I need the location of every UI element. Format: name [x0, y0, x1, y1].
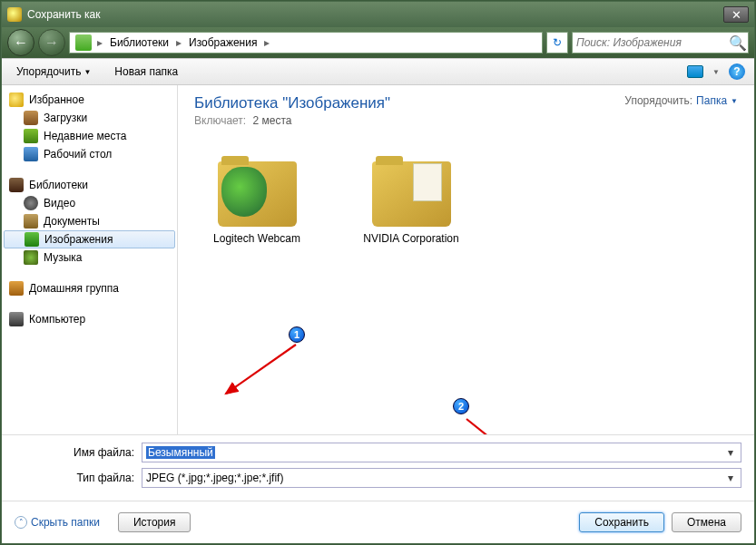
filetype-value: JPEG (*.jpg;*.jpeg;*.jpe;*.jfif)	[146, 472, 283, 484]
homegroup-icon	[9, 281, 24, 296]
search-input[interactable]	[573, 36, 728, 49]
organize-menu[interactable]: Упорядочить ▼	[11, 62, 96, 82]
sidebar-item-label: Рабочий стол	[44, 148, 112, 161]
form-area: Имя файла: Безымянный ▾ Тип файла: JPEG …	[2, 434, 754, 501]
help-button[interactable]: ?	[729, 63, 745, 80]
sort-label: Упорядочить:	[624, 94, 692, 107]
annotation-1: 1	[289, 326, 305, 343]
chevron-right-icon[interactable]: ▸	[264, 36, 270, 49]
annotation-arrow-1	[219, 337, 300, 401]
sidebar-recent[interactable]: Недавние места	[2, 127, 177, 145]
sidebar-desktop[interactable]: Рабочий стол	[2, 145, 177, 163]
forward-button[interactable]: →	[38, 29, 65, 56]
sidebar-item-label: Избранное	[29, 93, 84, 106]
sidebar-item-label: Музыка	[44, 251, 82, 264]
svg-line-1	[466, 419, 559, 434]
downloads-icon	[24, 111, 38, 125]
svg-line-0	[226, 345, 296, 394]
sidebar-item-label: Библиотеки	[29, 179, 88, 191]
sidebar-item-label: Документы	[44, 215, 100, 228]
close-button[interactable]: ✕	[723, 6, 749, 23]
library-title: Библиотека "Изображения"	[194, 94, 390, 112]
sidebar-item-label: Видео	[44, 197, 75, 209]
titlebar: Сохранить как ✕	[2, 2, 754, 27]
app-icon	[7, 7, 22, 22]
sort-by[interactable]: Упорядочить: Папка ▼	[624, 94, 738, 107]
filename-input[interactable]: Безымянный ▾	[142, 443, 741, 462]
sidebar-item-label: Домашняя группа	[29, 282, 119, 295]
refresh-button[interactable]: ↻	[546, 32, 568, 54]
cancel-button[interactable]: Отмена	[672, 512, 741, 532]
chevron-down-icon[interactable]: ▼	[712, 68, 720, 76]
annotation-arrow-2	[459, 412, 568, 434]
sidebar-item-label: Недавние места	[44, 130, 126, 142]
breadcrumb-images[interactable]: Изображения	[183, 36, 262, 49]
back-button[interactable]: ←	[7, 29, 34, 56]
desktop-icon	[24, 147, 38, 161]
library-icon	[9, 178, 24, 192]
search-box[interactable]: 🔍	[572, 32, 749, 54]
sidebar-item-label: Изображения	[44, 233, 113, 246]
hide-folders-label: Скрыть папки	[31, 516, 100, 529]
sidebar-item-label: Загрузки	[44, 112, 87, 124]
image-icon	[25, 232, 39, 247]
chevron-down-icon: ▼	[83, 68, 91, 76]
sidebar-downloads[interactable]: Загрузки	[2, 109, 177, 127]
chevron-right-icon[interactable]: ▸	[97, 36, 103, 49]
location-icon	[75, 34, 92, 51]
recent-icon	[24, 129, 38, 143]
save-button[interactable]: Сохранить	[579, 512, 664, 532]
folder-label: Logitech Webcam	[198, 232, 316, 245]
filetype-label: Тип файла:	[15, 472, 142, 484]
document-icon	[24, 214, 38, 229]
content-area: Библиотека "Изображения" Включает: 2 мес…	[178, 85, 754, 434]
toolbar: Упорядочить ▼ Новая папка ▼ ?	[2, 58, 754, 85]
chevron-up-icon: ˄	[15, 516, 27, 529]
chevron-right-icon[interactable]: ▸	[176, 36, 182, 49]
sidebar-video[interactable]: Видео	[2, 194, 177, 212]
sidebar-music[interactable]: Музыка	[2, 248, 177, 267]
breadcrumb-libraries[interactable]: Библиотеки	[104, 36, 174, 49]
sidebar-images[interactable]: Изображения	[4, 230, 175, 248]
folder-label: NVIDIA Corporation	[352, 232, 470, 245]
save-dialog: Сохранить как ✕ ← → ▸ Библиотеки ▸ Изобр…	[1, 1, 755, 544]
sidebar-libraries[interactable]: Библиотеки	[2, 176, 177, 194]
filename-value: Безымянный	[146, 446, 215, 459]
folder-logitech[interactable]: Logitech Webcam	[198, 154, 316, 245]
folder-icon	[368, 154, 455, 227]
history-button[interactable]: История	[118, 512, 191, 532]
filetype-select[interactable]: JPEG (*.jpg;*.jpeg;*.jpe;*.jfif) ▾	[142, 468, 741, 488]
hide-folders-link[interactable]: ˄ Скрыть папки	[15, 516, 100, 529]
sidebar-item-label: Компьютер	[29, 313, 85, 326]
nav-bar: ← → ▸ Библиотеки ▸ Изображения ▸ ↻ 🔍	[2, 27, 754, 58]
organize-label: Упорядочить	[16, 65, 81, 78]
folder-nvidia[interactable]: NVIDIA Corporation	[352, 154, 470, 245]
window-title: Сохранить как	[27, 8, 100, 21]
music-icon	[24, 250, 38, 265]
search-icon[interactable]: 🔍	[728, 34, 748, 52]
annotation-2: 2	[453, 398, 469, 414]
button-row: ˄ Скрыть папки История Сохранить Отмена	[2, 501, 754, 543]
library-subtitle: Включает: 2 места	[194, 114, 390, 127]
computer-icon	[9, 312, 24, 326]
sidebar-homegroup[interactable]: Домашняя группа	[2, 279, 177, 297]
view-mode-button[interactable]	[687, 65, 703, 78]
chevron-down-icon[interactable]: ▾	[724, 446, 737, 459]
breadcrumb[interactable]: ▸ Библиотеки ▸ Изображения ▸	[69, 32, 543, 54]
star-icon	[9, 92, 24, 107]
sidebar-favorites[interactable]: Избранное	[2, 91, 177, 109]
chevron-down-icon: ▼	[731, 97, 738, 105]
chevron-down-icon[interactable]: ▾	[724, 472, 737, 484]
sidebar[interactable]: Избранное Загрузки Недавние места Рабочи…	[2, 85, 178, 434]
filename-label: Имя файла:	[15, 446, 142, 459]
sidebar-computer[interactable]: Компьютер	[2, 310, 177, 328]
folder-icon	[214, 154, 300, 227]
video-icon	[24, 196, 38, 210]
sort-value: Папка	[696, 94, 727, 107]
new-folder-button[interactable]: Новая папка	[109, 62, 183, 82]
sidebar-documents[interactable]: Документы	[2, 212, 177, 230]
